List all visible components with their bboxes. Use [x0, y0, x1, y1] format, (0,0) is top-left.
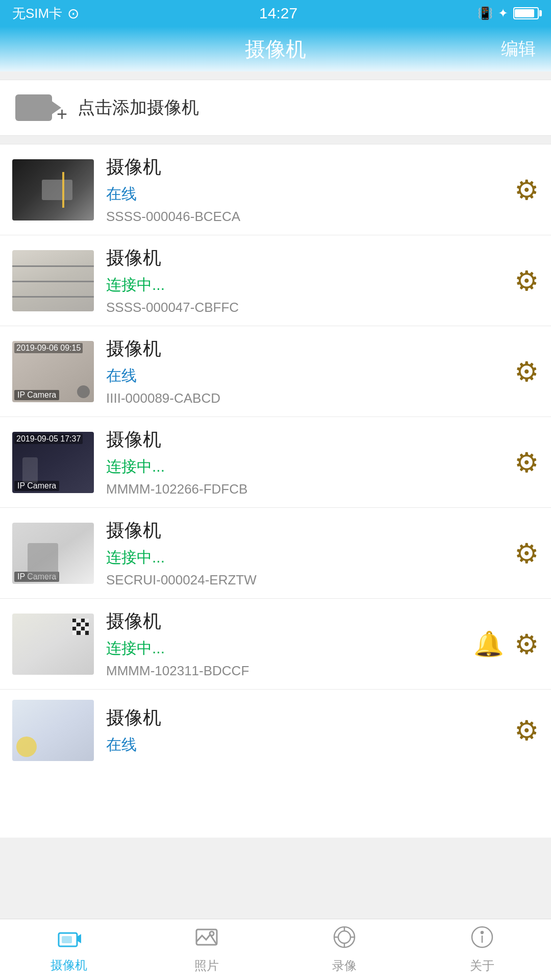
status-left: 无SIM卡 ⊙ [12, 5, 79, 22]
plus-icon: + [57, 104, 67, 125]
camera-thumb-4: 2019-09-05 17:37 IP Camera [12, 432, 94, 493]
camera-name-2: 摄像机 [106, 246, 502, 271]
bottom-nav: 摄像机 照片 录像 [0, 919, 551, 980]
nav-label-camera: 摄像机 [51, 957, 87, 973]
camera-thumb-7 [12, 700, 94, 761]
camera-name-7: 摄像机 [106, 705, 502, 730]
vibrate-icon: 📳 [478, 6, 493, 20]
status-time: 14:27 [259, 5, 297, 22]
gear-icon-2[interactable]: ⚙ [514, 267, 539, 295]
camera-item-2[interactable]: 摄像机 连接中... SSSS-000047-CBFFC ⚙ [0, 235, 551, 326]
nav-icon-record [333, 925, 356, 954]
thumb-label-3: IP Camera [14, 390, 59, 400]
camera-id-6: MMMM-102311-BDCCF [106, 663, 461, 679]
nav-icon-about [470, 925, 494, 954]
camera-name-3: 摄像机 [106, 336, 502, 361]
camera-name-5: 摄像机 [106, 518, 502, 543]
camera-actions-4: ⚙ [514, 449, 539, 476]
camera-status-4: 连接中... [106, 456, 502, 477]
camera-status-1: 在线 [106, 184, 502, 205]
camera-item-6[interactable]: 摄像机 连接中... MMMM-102311-BDCCF 🔔 ⚙ [0, 599, 551, 690]
battery-icon [513, 7, 539, 19]
camera-list: 摄像机 在线 SSSS-000046-BCECA ⚙ 摄像机 连接中... SS… [0, 144, 551, 838]
add-camera-label: 点击添加摄像机 [78, 96, 199, 119]
nav-item-about[interactable]: 关于 [413, 925, 551, 974]
camera-info-2: 摄像机 连接中... SSSS-000047-CBFFC [106, 246, 502, 315]
camera-item-7[interactable]: 摄像机 在线 ⚙ [0, 690, 551, 771]
svg-point-12 [481, 932, 483, 934]
camera-thumb-1 [12, 159, 94, 220]
bell-icon-6[interactable]: 🔔 [473, 630, 504, 658]
camera-name-1: 摄像机 [106, 155, 502, 180]
camera-status-6: 连接中... [106, 638, 461, 659]
gear-icon-7[interactable]: ⚙ [514, 717, 539, 744]
camera-status-5: 连接中... [106, 547, 502, 568]
camera-shape [15, 94, 52, 121]
nav-header: 摄像机 编辑 [0, 27, 551, 71]
nav-item-record[interactable]: 录像 [276, 925, 413, 974]
gear-icon-5[interactable]: ⚙ [514, 540, 539, 567]
camera-id-5: SECRUI-000024-ERZTW [106, 572, 502, 588]
camera-status-7: 在线 [106, 734, 502, 755]
svg-rect-1 [62, 936, 72, 943]
nav-item-camera[interactable]: 摄像机 [0, 926, 138, 973]
gear-icon-4[interactable]: ⚙ [514, 449, 539, 476]
thumb-timestamp-4: 2019-09-05 17:37 [14, 434, 83, 444]
bluetooth-icon: ✦ [498, 6, 508, 20]
camera-id-3: IIII-000089-CABCD [106, 390, 502, 406]
camera-name-4: 摄像机 [106, 427, 502, 452]
camera-actions-1: ⚙ [514, 176, 539, 204]
nav-icon-camera [57, 926, 81, 954]
camera-name-6: 摄像机 [106, 609, 461, 634]
camera-item-1[interactable]: 摄像机 在线 SSSS-000046-BCECA ⚙ [0, 144, 551, 235]
camera-actions-2: ⚙ [514, 267, 539, 295]
camera-status-2: 连接中... [106, 275, 502, 296]
nav-icon-photo [195, 925, 218, 954]
camera-thumb-2 [12, 250, 94, 311]
camera-actions-6: 🔔 ⚙ [473, 630, 539, 658]
camera-thumb-6 [12, 614, 94, 675]
sim-text: 无SIM卡 [12, 5, 62, 22]
nav-label-record: 录像 [332, 958, 357, 974]
camera-actions-5: ⚙ [514, 540, 539, 567]
camera-id-4: MMMM-102266-FDFCB [106, 481, 502, 497]
status-right: 📳 ✦ [478, 6, 539, 20]
camera-info-4: 摄像机 连接中... MMMM-102266-FDFCB [106, 427, 502, 497]
camera-item-5[interactable]: IP Camera 摄像机 连接中... SECRUI-000024-ERZTW… [0, 508, 551, 599]
camera-info-6: 摄像机 连接中... MMMM-102311-BDCCF [106, 609, 461, 679]
camera-item-3[interactable]: 2019-09-06 09:15 IP Camera 摄像机 在线 IIII-0… [0, 326, 551, 417]
nav-label-about: 关于 [470, 958, 494, 974]
nav-label-photo: 照片 [194, 958, 219, 974]
camera-thumb-5: IP Camera [12, 523, 94, 584]
gear-icon-3[interactable]: ⚙ [514, 358, 539, 385]
camera-actions-3: ⚙ [514, 358, 539, 385]
camera-id-2: SSSS-000047-CBFFC [106, 300, 502, 315]
add-camera-row[interactable]: + 点击添加摄像机 [0, 80, 551, 136]
svg-point-3 [210, 932, 214, 936]
gear-icon-6[interactable]: ⚙ [514, 630, 539, 658]
wifi-icon: ⊙ [67, 5, 79, 22]
gear-icon-1[interactable]: ⚙ [514, 176, 539, 204]
camera-item-4[interactable]: 2019-09-05 17:37 IP Camera 摄像机 连接中... MM… [0, 417, 551, 508]
camera-status-3: 在线 [106, 365, 502, 386]
camera-info-5: 摄像机 连接中... SECRUI-000024-ERZTW [106, 518, 502, 588]
camera-info-1: 摄像机 在线 SSSS-000046-BCECA [106, 155, 502, 225]
camera-info-3: 摄像机 在线 IIII-000089-CABCD [106, 336, 502, 406]
camera-id-1: SSSS-000046-BCECA [106, 209, 502, 225]
svg-point-5 [338, 931, 350, 943]
status-bar: 无SIM卡 ⊙ 14:27 📳 ✦ [0, 0, 551, 27]
camera-info-7: 摄像机 在线 [106, 705, 502, 755]
add-camera-icon: + [15, 94, 52, 121]
camera-actions-7: ⚙ [514, 717, 539, 744]
camera-thumb-3: 2019-09-06 09:15 IP Camera [12, 341, 94, 402]
page-title: 摄像机 [245, 35, 306, 63]
edit-button[interactable]: 编辑 [501, 37, 536, 61]
nav-item-photo[interactable]: 照片 [138, 925, 276, 974]
thumb-timestamp-3: 2019-09-06 09:15 [14, 343, 83, 353]
